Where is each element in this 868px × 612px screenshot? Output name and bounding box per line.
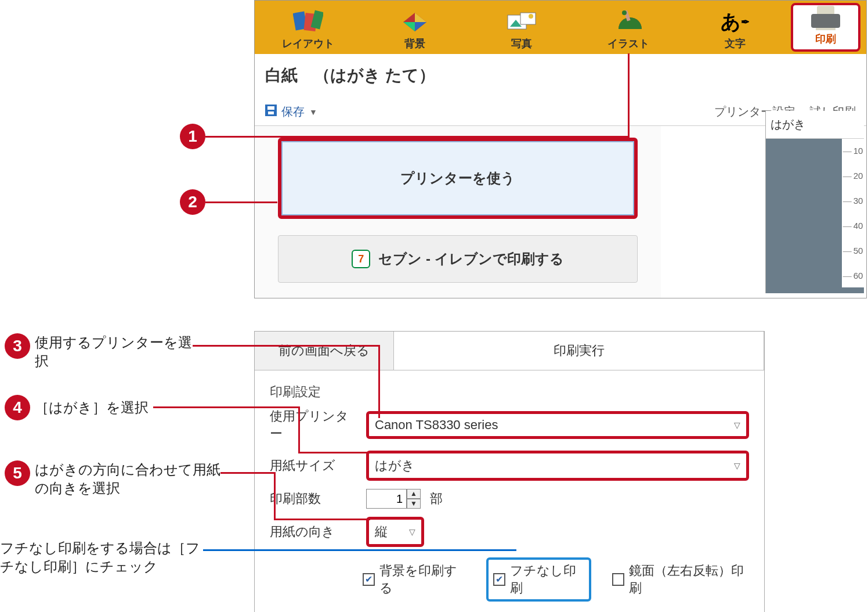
printer-label: 使用プリンター [270, 408, 357, 442]
document-title: 白紙 （はがき たて） [255, 54, 866, 89]
tab-illust[interactable]: イラスト [575, 1, 682, 54]
print-seven-eleven-label: セブン - イレブンで印刷する [378, 250, 563, 268]
copies-input[interactable] [366, 489, 407, 509]
settings-body: 印刷設定 使用プリンター Canon TS8330 series ▽ 用紙サイズ… [255, 370, 764, 612]
leader-borderless [203, 549, 516, 551]
ruler-tick: 10 [843, 146, 863, 156]
svg-rect-2 [311, 10, 323, 30]
app-window: レイアウト 背景 写真 イラスト あ✒ 文字 [254, 0, 867, 298]
tab-print-label: 印刷 [815, 32, 836, 46]
paper-size-select[interactable]: はがき ▽ [366, 451, 749, 481]
callout-1-bullet: 1 [180, 124, 205, 149]
leader-1-h [205, 136, 629, 138]
spinner-up-icon[interactable]: ▲ [407, 489, 421, 499]
leader-4-v [298, 406, 300, 452]
chevron-down-icon: ▽ [734, 420, 740, 430]
svg-rect-15 [268, 111, 274, 114]
chevron-down-icon: ▽ [409, 527, 415, 537]
paper-label: 用紙サイズ [270, 457, 357, 474]
print-settings-panel: 前の画面へ戻る 印刷実行 印刷設定 使用プリンター Canon TS8330 s… [254, 331, 765, 612]
leader-5-h [220, 472, 274, 474]
illust-icon [612, 9, 645, 35]
svg-marker-6 [415, 22, 426, 31]
tab-photo-label: 写真 [511, 37, 532, 51]
borderless-check[interactable]: ✔ フチなし印刷 [486, 557, 591, 602]
callout-4-bullet: 4 [5, 395, 30, 420]
leader-4-h [153, 406, 298, 408]
tab-text-label: 文字 [725, 37, 746, 51]
save-dropdown-icon: ▼ [309, 107, 317, 117]
preview-label: はがき [766, 111, 864, 139]
ruler-tick: 60 [843, 271, 863, 280]
leader-5-h2 [274, 519, 370, 520]
ruler-tick: 40 [843, 221, 863, 231]
paper-row: 用紙サイズ はがき ▽ [270, 451, 749, 481]
ruler-tick: 20 [843, 171, 863, 181]
tab-background-label: 背景 [404, 37, 425, 51]
printer-select[interactable]: Canon TS8330 series ▽ [366, 411, 749, 439]
background-icon [399, 9, 431, 35]
orientation-value: 縦 [375, 523, 388, 541]
callout-5-text: はがきの方向に合わせて用紙の向きを選択 [35, 460, 220, 498]
callout-5-bullet: 5 [5, 460, 30, 486]
ruler-tick: 50 [843, 246, 863, 255]
chevron-down-icon: ▽ [734, 461, 740, 470]
preview-pane: はがき 10 20 30 40 50 60 [765, 111, 864, 293]
paper-value: はがき [375, 457, 415, 474]
leader-2 [205, 201, 277, 203]
photo-icon [505, 9, 538, 35]
floppy-icon [265, 105, 277, 119]
checkbox-row: ✔ 背景を印刷する ✔ フチなし印刷 鏡面（左右反転）印刷 [363, 557, 749, 602]
back-button[interactable]: 前の画面へ戻る [255, 332, 394, 370]
svg-marker-5 [403, 22, 415, 31]
save-label: 保存 [281, 104, 305, 120]
callout-3-bullet: 3 [5, 333, 30, 359]
checkbox-icon [612, 573, 624, 586]
printer-icon [809, 5, 842, 31]
printer-row: 使用プリンター Canon TS8330 series ▽ [270, 408, 749, 442]
leader-3-h [193, 345, 378, 347]
callout-4-text: ［はがき］を選択 [35, 398, 149, 417]
tab-text[interactable]: あ✒ 文字 [682, 1, 789, 54]
print-choice-area: プリンターを使う 7 セブン - イレブンで印刷する [255, 126, 661, 298]
copies-row: 印刷部数 ▲ ▼ 部 [270, 489, 749, 509]
mirror-check[interactable]: 鏡面（左右反転）印刷 [612, 562, 749, 597]
svg-point-10 [529, 14, 533, 19]
checkbox-icon: ✔ [493, 573, 505, 586]
copies-label: 印刷部数 [270, 490, 357, 507]
use-printer-button[interactable]: プリンターを使う [278, 138, 638, 219]
save-button[interactable]: 保存 ▼ [265, 104, 317, 120]
execute-print-button[interactable]: 印刷実行 [394, 332, 764, 370]
use-printer-label: プリンターを使う [400, 169, 515, 188]
orientation-label: 用紙の向き [270, 523, 357, 541]
orientation-row: 用紙の向き 縦 ▽ [270, 517, 749, 547]
tab-layout-label: レイアウト [282, 37, 334, 51]
tab-print[interactable]: 印刷 [791, 3, 860, 52]
svg-point-12 [622, 10, 627, 15]
tab-photo[interactable]: 写真 [468, 1, 575, 54]
settings-section-title: 印刷設定 [270, 383, 749, 401]
print-background-label: 背景を印刷する [379, 562, 465, 597]
checkbox-icon: ✔ [363, 573, 375, 586]
copies-spinner[interactable]: ▲ ▼ [366, 489, 421, 509]
seven-eleven-icon: 7 [352, 250, 370, 268]
orientation-select[interactable]: 縦 ▽ [366, 517, 424, 547]
tab-background[interactable]: 背景 [361, 1, 468, 54]
spinner-down-icon[interactable]: ▼ [407, 499, 421, 509]
leader-4-h2 [298, 452, 371, 453]
print-background-check[interactable]: ✔ 背景を印刷する [363, 562, 465, 597]
callout-2-bullet: 2 [180, 189, 205, 215]
borderless-label: フチなし印刷 [510, 562, 584, 597]
leader-5-v [274, 472, 276, 519]
ruler: 10 20 30 40 50 60 [842, 139, 864, 287]
svg-rect-14 [267, 106, 274, 110]
ruler-tick: 30 [843, 196, 863, 206]
mirror-label: 鏡面（左右反転）印刷 [629, 562, 749, 597]
svg-rect-9 [520, 13, 536, 24]
callout-3-text: 使用するプリンターを選択 [35, 333, 197, 371]
tab-layout[interactable]: レイアウト [255, 1, 361, 54]
text-icon: あ✒ [719, 9, 751, 35]
copies-unit: 部 [430, 490, 443, 507]
tab-illust-label: イラスト [607, 37, 649, 51]
print-seven-eleven-button[interactable]: 7 セブン - イレブンで印刷する [278, 235, 638, 283]
